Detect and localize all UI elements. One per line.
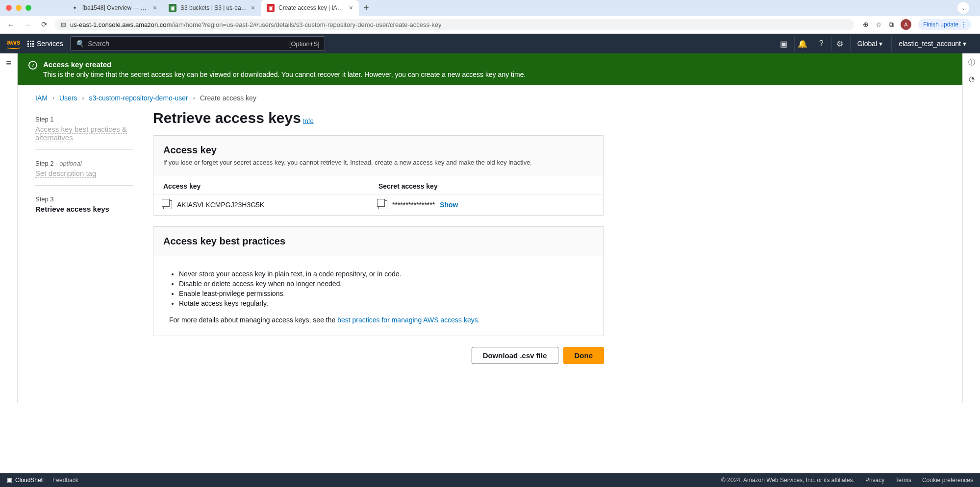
download-csv-button[interactable]: Download .csv file (472, 347, 558, 364)
step-number: Step 1 (35, 116, 133, 123)
secret-key-mask: **************** (392, 201, 435, 209)
aws-top-nav: aws Services 🔍 Search [Option+S] ▣ 🔔 ? ⚙… (0, 34, 980, 53)
wizard-steps: Step 1 Access key best practices & alter… (35, 107, 133, 364)
tab-title: Create access key | IAM | Glo (278, 4, 345, 11)
access-key-cell: AKIASVLKCMPGJ23H3G5K (163, 200, 378, 209)
address-bar[interactable]: ⊟ us-east-1.console.aws.amazon.com/iam/h… (55, 19, 854, 30)
best-practices-list: Never store your access key in plain tex… (179, 270, 588, 307)
list-item: Disable or delete access key when no lon… (179, 280, 588, 288)
button-row: Download .csv file Done (153, 347, 604, 364)
search-placeholder: Search (88, 40, 109, 48)
browser-tab-elastic[interactable]: ✦ [ba1548] Overview — Elastic × (65, 0, 163, 16)
success-banner: ✓ Access key created This is the only ti… (18, 53, 962, 85)
close-window-icon[interactable] (6, 5, 12, 11)
main-content: Retrieve access keysInfo Access key If y… (153, 107, 604, 364)
minimize-window-icon[interactable] (16, 5, 22, 11)
close-tab-icon[interactable]: × (251, 4, 255, 12)
access-key-panel: Access key If you lose or forget your se… (153, 135, 604, 216)
column-access-key: Access key (163, 182, 378, 190)
services-menu-button[interactable]: Services (27, 40, 63, 48)
column-secret-key: Secret access key (378, 182, 594, 190)
step-2: Step 2 - optional Set description tag (35, 155, 133, 191)
notifications-icon[interactable]: 🔔 (794, 36, 811, 51)
info-panel-icon[interactable]: ⓘ (968, 58, 975, 67)
check-circle-icon: ✓ (28, 61, 37, 70)
tab-title: [ba1548] Overview — Elastic (82, 4, 149, 11)
chevron-right-icon: › (52, 95, 54, 101)
best-practices-panel: Access key best practices Never store yo… (153, 226, 604, 336)
aws-logo[interactable]: aws (7, 38, 21, 49)
bookmark-icon[interactable]: ☆ (876, 21, 882, 28)
browser-chrome: ✦ [ba1548] Overview — Elastic × ▣ S3 buc… (0, 0, 980, 34)
close-tab-icon[interactable]: × (153, 4, 157, 12)
key-headers: Access key Secret access key (153, 175, 603, 195)
cloudshell-icon[interactable]: ▣ (776, 36, 792, 51)
finish-update-button[interactable]: Finish update ⋮ (918, 19, 971, 30)
tabs-dropdown-button[interactable]: ⌄ (957, 2, 969, 14)
settings-icon[interactable]: ⚙ (831, 36, 848, 51)
favicon-elastic: ✦ (71, 4, 78, 12)
forward-button[interactable]: → (22, 19, 33, 30)
best-practices-more: For more details about managing access k… (169, 316, 588, 324)
back-button[interactable]: ← (5, 19, 17, 30)
help-icon[interactable]: ? (813, 36, 829, 51)
right-rail: ⓘ ◔ (962, 53, 980, 403)
address-row: ← → ⟳ ⊟ us-east-1.console.aws.amazon.com… (0, 16, 980, 34)
crumb-iam[interactable]: IAM (35, 94, 48, 102)
list-item: Enable least-privilege permissions. (179, 290, 588, 297)
done-button[interactable]: Done (563, 347, 604, 364)
url-host: us-east-1.console.aws.amazon.com (70, 21, 172, 28)
copy-access-key-icon[interactable] (163, 200, 172, 209)
page-title: Retrieve access keysInfo (153, 110, 604, 126)
left-rail: ≡ (0, 53, 18, 403)
step-optional-label: optional (59, 160, 82, 167)
show-secret-button[interactable]: Show (440, 201, 458, 209)
crumb-users[interactable]: Users (59, 94, 77, 102)
extensions-icon[interactable]: ⧉ (889, 21, 894, 29)
info-link[interactable]: Info (303, 117, 314, 124)
maximize-window-icon[interactable] (25, 5, 31, 11)
best-practices-body: Never store your access key in plain tex… (153, 256, 603, 336)
preferences-panel-icon[interactable]: ◔ (969, 75, 975, 83)
copy-secret-key-icon[interactable] (378, 200, 387, 209)
site-info-icon[interactable]: ⊟ (61, 21, 66, 28)
panel-heading: Access key best practices (163, 236, 594, 247)
panel-subtext: If you lose or forget your secret access… (163, 159, 594, 166)
close-tab-icon[interactable]: × (349, 4, 353, 12)
browser-tab-s3[interactable]: ▣ S3 buckets | S3 | us-east-2 × (163, 0, 261, 16)
grid-icon (27, 41, 34, 47)
caret-down-icon: ▾ (963, 40, 966, 48)
profile-avatar[interactable]: A (901, 19, 911, 30)
window-controls: ✦ [ba1548] Overview — Elastic × ▣ S3 buc… (0, 0, 980, 16)
panel-header: Access key If you lose or forget your se… (153, 136, 603, 175)
crumb-user[interactable]: s3-custom-repository-demo-user (89, 94, 188, 102)
browser-tab-iam[interactable]: ▣ Create access key | IAM | Glo × (261, 0, 359, 16)
new-tab-button[interactable]: + (359, 3, 374, 13)
banner-text: This is the only time that the secret ac… (43, 71, 526, 78)
list-item: Never store your access key in plain tex… (179, 270, 588, 278)
content-row: Step 1 Access key best practices & alter… (18, 107, 962, 384)
menu-toggle-icon[interactable]: ≡ (6, 58, 11, 69)
region-selector[interactable]: Global ▾ (850, 36, 889, 51)
crumb-current: Create access key (200, 94, 256, 102)
favicon-s3: ▣ (169, 4, 176, 12)
search-shortcut: [Option+S] (289, 40, 320, 48)
services-label: Services (37, 40, 63, 48)
search-input[interactable]: 🔍 Search [Option+S] (70, 36, 325, 51)
chevron-right-icon: › (193, 95, 195, 101)
best-practices-link[interactable]: best practices for managing AWS access k… (337, 316, 478, 324)
step-3: Step 3 Retrieve access keys (35, 191, 133, 218)
access-key-value: AKIASVLKCMPGJ23H3G5K (177, 201, 264, 209)
reload-button[interactable]: ⟳ (38, 19, 50, 30)
step-title[interactable]: Access key best practices & alternatives (35, 125, 127, 142)
step-number: Step 3 (35, 195, 133, 203)
search-icon: 🔍 (75, 40, 84, 48)
step-title[interactable]: Set description tag (35, 169, 96, 178)
breadcrumb: IAM › Users › s3-custom-repository-demo-… (18, 85, 962, 107)
account-menu[interactable]: elastic_test_account ▾ (891, 36, 973, 51)
secret-key-cell: **************** Show (378, 200, 594, 209)
main-column: ✓ Access key created This is the only ti… (18, 53, 962, 403)
list-item: Rotate access keys regularly. (179, 299, 588, 307)
step-1: Step 1 Access key best practices & alter… (35, 111, 133, 155)
zoom-icon[interactable]: ⊕ (863, 21, 869, 28)
